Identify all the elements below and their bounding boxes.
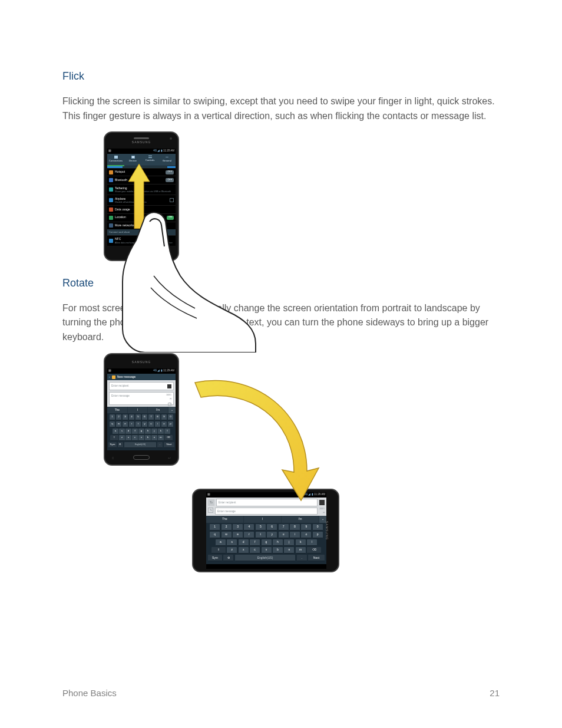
gear-icon[interactable]: ⚙: [118, 442, 123, 448]
next-key[interactable]: Next: [308, 555, 325, 561]
back-icon[interactable]: ‹: [109, 375, 110, 380]
status-bar: ▦ 4G ◢ ▮ 11:29 AM: [107, 368, 176, 374]
tab-device[interactable]: Device: [124, 154, 141, 166]
suggestion[interactable]: I: [244, 516, 282, 522]
figure-flick: SAMSUNG ▦ 4G ◢ ▮ 11:20 AM Connections De…: [62, 131, 500, 261]
suggestion-row: The I I'm ⌄: [107, 407, 176, 413]
title-bar: ‹ New message: [107, 374, 176, 381]
tab-general[interactable]: •••General: [158, 154, 176, 166]
shift-key[interactable]: ⇧: [110, 435, 118, 441]
pen-icon[interactable]: ✎: [168, 403, 171, 406]
row-nfc[interactable]: NFCAllow data exchange when device touch…: [107, 235, 176, 246]
nfc-icon: [109, 239, 113, 243]
location-icon: [109, 216, 113, 220]
contacts-icon[interactable]: [167, 384, 171, 388]
row-location[interactable]: Location ON: [107, 213, 176, 222]
tab-connections[interactable]: Connections: [107, 154, 124, 166]
backspace-key[interactable]: ⌫: [164, 435, 173, 441]
tab-controls[interactable]: Controls: [141, 154, 158, 166]
paragraph-flick: Flicking the screen is similar to swipin…: [62, 94, 500, 124]
phone-mockup-flick: SAMSUNG ▦ 4G ◢ ▮ 11:20 AM Connections De…: [104, 131, 179, 261]
toggle-on[interactable]: ON: [167, 216, 174, 220]
suggestion[interactable]: I'm: [282, 516, 319, 522]
suggestion[interactable]: I'm: [148, 407, 168, 413]
datausage-icon: [109, 207, 113, 212]
swap-icon: [114, 156, 118, 159]
footer-page: 21: [490, 686, 500, 700]
phone-mockup-portrait: SAMSUNG ▦ 4G ◢ ▮ 11:29 AM ‹ New message …: [104, 353, 179, 466]
home-button[interactable]: [133, 251, 150, 255]
more-icon: [109, 223, 113, 228]
send-icon[interactable]: ✉: [170, 398, 171, 401]
sym-key[interactable]: Sym: [208, 555, 222, 561]
message-field[interactable]: Enter message: [215, 508, 318, 515]
space-key[interactable]: English(US): [235, 555, 295, 561]
back-softkey[interactable]: ↩: [168, 456, 171, 461]
gear-icon[interactable]: ⚙: [223, 555, 233, 561]
phone-brand: SAMSUNG: [107, 360, 176, 365]
device-icon: [131, 156, 135, 159]
airplane-icon: [109, 198, 113, 202]
to-label: To: [208, 499, 214, 506]
rotate-arrow-icon: [183, 377, 325, 506]
toggle-off[interactable]: OFF: [166, 170, 174, 174]
backspace-key[interactable]: ⌫: [307, 547, 321, 554]
contacts-icon[interactable]: [319, 500, 325, 505]
recipient-field[interactable]: Enter recipient: [109, 382, 174, 390]
recipient-field[interactable]: Enter recipient: [216, 499, 318, 506]
heading-flick: Flick: [62, 68, 500, 85]
tethering-icon: [109, 187, 113, 192]
row-morenetworks[interactable]: More networks: [107, 222, 176, 230]
status-bar: ▦ 4G ◢ ▮ 11:20 AM: [107, 149, 176, 154]
shift-key[interactable]: ⇧: [211, 547, 226, 554]
figure-rotate: SAMSUNG ▦ 4G ◢ ▮ 11:29 AM ‹ New message …: [62, 353, 500, 577]
page-footer: Phone Basics 21: [62, 686, 500, 700]
suggestion[interactable]: The: [206, 516, 244, 522]
row-datausage[interactable]: Data usage: [107, 205, 176, 213]
message-field[interactable]: Enter message 160/1 ✉ ✎: [109, 392, 174, 405]
chevron-down-icon[interactable]: ⌄: [168, 407, 176, 413]
message-icon: [112, 375, 115, 379]
sliders-icon: [148, 156, 152, 158]
row-bluetooth[interactable]: Bluetooth OFF: [107, 176, 176, 184]
phone-brand: SAMSUNG: [107, 140, 176, 145]
suggestion[interactable]: The: [107, 407, 128, 413]
next-key[interactable]: Next: [164, 442, 174, 448]
menu-softkey[interactable]: ≡: [112, 456, 114, 461]
bluetooth-icon: [109, 178, 113, 182]
toggle-off[interactable]: OFF: [166, 178, 174, 182]
status-bar: ▦ 4G ◢ ▮ 11:29 AM: [206, 492, 326, 498]
hotspot-icon: [109, 170, 113, 174]
keyboard: 1234567890 qwertyuiop asdfghjkl ⇧zxcvbnm…: [107, 413, 176, 450]
phone-brand: SAMSUNG: [324, 521, 329, 540]
suggestion[interactable]: I: [128, 407, 148, 413]
settings-tabs: Connections Device Controls •••General: [107, 154, 176, 166]
row-airplane[interactable]: AirplaneDisable all wireless connections: [107, 195, 176, 205]
row-hotspot[interactable]: Hotspot OFF: [107, 168, 176, 176]
footer-section: Phone Basics: [62, 686, 117, 700]
send-icon[interactable]: ✉: [323, 512, 325, 515]
list-subheader: Connect and share: [107, 229, 176, 235]
heading-rotate: Rotate: [62, 275, 500, 292]
keyboard: 1234567890 qwertyuiop asdfghjkl ⇧zxcvbnm…: [206, 523, 326, 564]
paragraph-rotate: For most screens, you can automatically …: [62, 301, 500, 345]
row-tethering[interactable]: TetheringShare your mobile data connecti…: [107, 184, 176, 195]
more-icon: •••: [165, 156, 170, 159]
sym-key[interactable]: Sym: [108, 442, 117, 448]
checkbox[interactable]: [170, 198, 174, 202]
phone-mockup-landscape: SAMSUNG ▦ 4G ◢ ▮ 11:29 AM To Enter recip…: [192, 489, 339, 572]
pen-icon[interactable]: ✎: [208, 508, 213, 513]
suggestion-row: The I I'm ⌄: [206, 516, 326, 522]
space-key[interactable]: English(US): [124, 442, 156, 448]
